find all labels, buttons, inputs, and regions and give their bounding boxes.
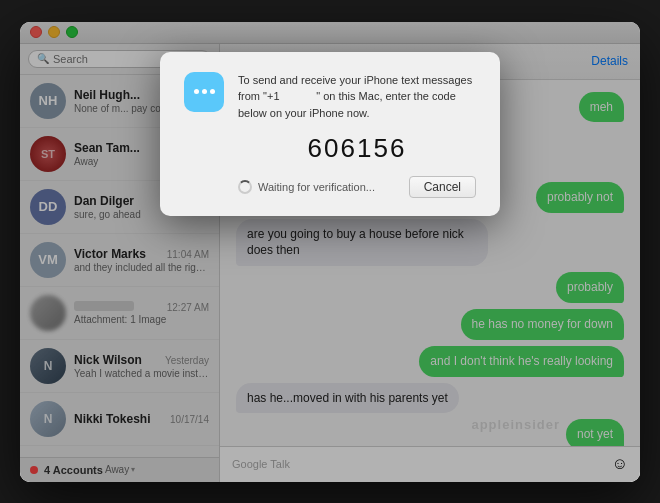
iphone-verification-modal: To send and receive your iPhone text mes… — [160, 52, 500, 217]
modal-content: To send and receive your iPhone text mes… — [184, 72, 476, 199]
waiting-label: Waiting for verification... — [258, 181, 375, 193]
modal-overlay: To send and receive your iPhone text mes… — [20, 22, 640, 482]
messages-window: 🔍 NH Neil Hugh... None of m... pay comp.… — [20, 22, 640, 482]
modal-status: Waiting for verification... — [238, 180, 375, 194]
dot2 — [202, 89, 207, 94]
dot3 — [210, 89, 215, 94]
messages-icon — [184, 72, 224, 112]
modal-bottom: Waiting for verification... Cancel — [238, 176, 476, 198]
bubble-dots — [194, 89, 215, 94]
modal-description: To send and receive your iPhone text mes… — [238, 72, 476, 122]
cancel-button[interactable]: Cancel — [409, 176, 476, 198]
modal-text-area: To send and receive your iPhone text mes… — [238, 72, 476, 199]
dot1 — [194, 89, 199, 94]
spinner-icon — [238, 180, 252, 194]
modal-code: 606156 — [238, 133, 476, 164]
